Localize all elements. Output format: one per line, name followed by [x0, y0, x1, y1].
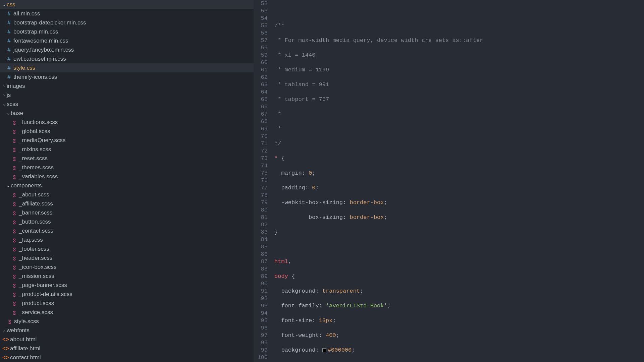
file-_functions.scss[interactable]: ჽ_functions.scss [0, 118, 254, 127]
line-number: 85 [254, 243, 268, 251]
file-explorer[interactable]: ⌄ css #all.min.css#bootstrap-datepicker.… [0, 0, 254, 362]
file-label: contact.html [10, 354, 41, 361]
code-line: body { [272, 273, 644, 280]
file-_mission.scss[interactable]: ჽ_mission.scss [0, 272, 254, 281]
html-icon: <> [3, 354, 9, 361]
line-number: 76 [254, 177, 268, 184]
file-bootstrap.min.css[interactable]: #bootstrap.min.css [0, 27, 254, 36]
file-label: themify-icons.css [13, 74, 57, 80]
hash-icon: # [6, 74, 12, 80]
file-label: _affiliate.scss [19, 200, 53, 207]
scss-icon: ჽ [11, 119, 17, 126]
file-contact.html[interactable]: <>contact.html [0, 353, 254, 362]
line-number: 57 [254, 37, 268, 44]
folder-scss[interactable]: ⌄ scss [0, 100, 254, 109]
hash-icon: # [6, 19, 12, 26]
file-_about.scss[interactable]: ჽ_about.scss [0, 190, 254, 199]
file-_icon-box.scss[interactable]: ჽ_icon-box.scss [0, 262, 254, 272]
file-_affiliate.scss[interactable]: ჽ_affiliate.scss [0, 199, 254, 208]
code-line: background: #000000; [272, 347, 644, 354]
file-all.min.css[interactable]: #all.min.css [0, 9, 254, 18]
file-_reset.scss[interactable]: ჽ_reset.scss [0, 154, 254, 163]
line-number: 67 [254, 111, 268, 118]
file-label: _page-banner.scss [19, 282, 67, 289]
folder-css[interactable]: ⌄ css [0, 0, 254, 9]
file-_contact.scss[interactable]: ჽ_contact.scss [0, 226, 254, 235]
line-number: 84 [254, 236, 268, 243]
file-_button.scss[interactable]: ჽ_button.scss [0, 217, 254, 226]
file-label: _product-details.scss [19, 291, 72, 298]
file-bootstrap-datepicker.min.css[interactable]: #bootstrap-datepicker.min.css [0, 18, 254, 27]
file-jquery.fancybox.min.css[interactable]: #jquery.fancybox.min.css [0, 45, 254, 54]
file-_service.scss[interactable]: ჽ_service.scss [0, 308, 254, 317]
line-number: 100 [254, 354, 268, 361]
folder-components[interactable]: ⌄ components [0, 181, 254, 190]
file-label: _mixins.scss [19, 146, 51, 153]
file-label: _banner.scss [19, 209, 52, 216]
hash-icon: # [6, 65, 12, 71]
file-_faq.scss[interactable]: ჽ_faq.scss [0, 235, 254, 244]
scss-icon: ჽ [11, 282, 17, 289]
line-number: 77 [254, 184, 268, 192]
code-line: */ [274, 140, 281, 147]
scss-icon: ჽ [11, 155, 17, 162]
scss-icon: ჽ [11, 300, 17, 307]
file-label: _mediaQuery.scss [19, 137, 66, 144]
line-number: 59 [254, 52, 268, 59]
line-number: 87 [254, 258, 268, 265]
code-area[interactable]: /** * For max-width media query, device … [272, 0, 644, 362]
line-number: 61 [254, 66, 268, 74]
file-label: style.css [13, 65, 35, 71]
file-owl.carousel.min.css[interactable]: #owl.carousel.min.css [0, 54, 254, 63]
line-number: 56 [254, 29, 268, 37]
hash-icon: # [6, 56, 12, 62]
code-line: font-family: 'AvenirLTStd-Book'; [272, 302, 644, 310]
scss-icon: ჽ [11, 128, 17, 135]
file-_banner.scss[interactable]: ჽ_banner.scss [0, 208, 254, 217]
folder-images[interactable]: › images [0, 81, 254, 90]
folder-js[interactable]: › js [0, 90, 254, 100]
file-_variables.scss[interactable]: ჽ_variables.scss [0, 172, 254, 181]
file-fontawesome.min.css[interactable]: #fontawesome.min.css [0, 36, 254, 45]
line-number: 53 [254, 7, 268, 15]
file-_mixins.scss[interactable]: ჽ_mixins.scss [0, 145, 254, 154]
hash-icon: # [6, 38, 12, 44]
file-_page-banner.scss[interactable]: ჽ_page-banner.scss [0, 281, 254, 290]
file-_global.scss[interactable]: ჽ_global.scss [0, 127, 254, 136]
file-label: _service.scss [19, 309, 53, 316]
file-affiliate.html[interactable]: <>affiliate.html [0, 344, 254, 353]
file-label: fontawesome.min.css [13, 38, 68, 44]
file-_header.scss[interactable]: ჽ_header.scss [0, 253, 254, 262]
file-_themes.scss[interactable]: ჽ_themes.scss [0, 163, 254, 172]
folder-webfonts[interactable]: › webfonts [0, 326, 254, 335]
line-number: 68 [254, 118, 268, 125]
code-line: /** [274, 22, 285, 29]
scss-icon: ჽ [11, 237, 17, 243]
file-_product.scss[interactable]: ჽ_product.scss [0, 299, 254, 308]
scss-icon: ჽ [11, 273, 17, 280]
line-number: 60 [254, 59, 268, 66]
line-number: 81 [254, 214, 268, 221]
scss-icon: ჽ [11, 246, 17, 252]
line-number: 64 [254, 88, 268, 96]
file-label: _header.scss [19, 255, 52, 261]
folder-label: components [11, 182, 42, 189]
line-number: 98 [254, 339, 268, 347]
file-about.html[interactable]: <>about.html [0, 335, 254, 344]
line-number: 89 [254, 273, 268, 280]
file-_mediaQuery.scss[interactable]: ჽ_mediaQuery.scss [0, 136, 254, 145]
file-themify-icons.css[interactable]: #themify-icons.css [0, 72, 254, 81]
html-icon: <> [3, 336, 9, 343]
file-style.css[interactable]: #style.css [0, 63, 254, 72]
scss-icon: ჽ [11, 228, 17, 234]
line-number: 74 [254, 162, 268, 170]
file-label: about.html [10, 336, 37, 343]
file-_footer.scss[interactable]: ჽ_footer.scss [0, 244, 254, 253]
chevron-right-icon: › [1, 83, 7, 88]
line-number: 79 [254, 199, 268, 206]
editor[interactable]: 5253545556575859606162636465666768697071… [254, 0, 644, 362]
file-label: _reset.scss [19, 155, 48, 162]
folder-base[interactable]: ⌄ base [0, 109, 254, 118]
file-_product-details.scss[interactable]: ჽ_product-details.scss [0, 290, 254, 299]
file-style-scss[interactable]: ჽ style.scss [0, 317, 254, 326]
